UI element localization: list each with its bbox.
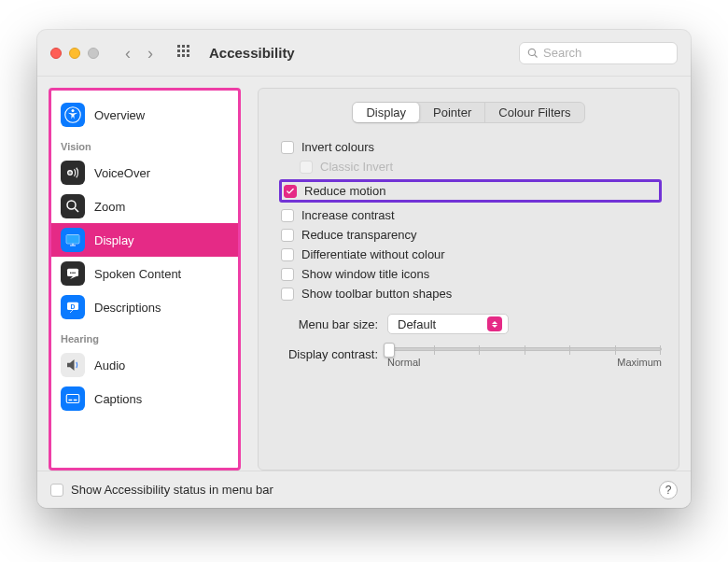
sidebar-item-audio[interactable]: Audio: [51, 348, 238, 382]
window-title: Accessibility: [209, 45, 295, 61]
window-controls: [50, 48, 99, 59]
sidebar-item-label: Overview: [94, 108, 145, 122]
sidebar-item-overview[interactable]: Overview: [51, 98, 238, 132]
audio-icon: [61, 353, 85, 377]
select-value: Default: [398, 317, 436, 331]
menu-bar-size-row: Menu bar size: Default: [275, 314, 662, 334]
svg-rect-3: [177, 49, 180, 52]
option-differentiate-without-colour[interactable]: Differentiate without colour: [281, 247, 662, 261]
sidebar-item-label: Display: [94, 233, 134, 247]
sidebar-item-label: Captions: [94, 392, 142, 406]
option-label: Classic Invert: [320, 160, 393, 174]
sidebar-item-display[interactable]: Display: [51, 223, 238, 257]
footer-label: Show Accessibility status in menu bar: [71, 483, 273, 497]
checkbox[interactable]: [284, 185, 297, 198]
accessibility-icon: [61, 103, 85, 127]
search-placeholder: Search: [543, 46, 581, 60]
display-icon: [61, 228, 85, 252]
nav-arrows: ‹ ›: [125, 45, 153, 62]
option-label: Invert colours: [301, 140, 374, 154]
slider-thumb[interactable]: [384, 343, 395, 358]
option-label: Show toolbar button shapes: [301, 287, 452, 301]
option-reduce-motion[interactable]: Reduce motion: [284, 184, 385, 198]
option-show-window-title-icons[interactable]: Show window title icons: [281, 267, 662, 281]
sidebar-item-label: Spoken Content: [94, 267, 181, 281]
svg-rect-7: [182, 54, 185, 57]
option-classic-invert: Classic Invert: [300, 160, 662, 174]
tab-colour-filters[interactable]: Colour Filters: [485, 103, 583, 122]
help-icon: ?: [665, 484, 672, 497]
svg-text:D: D: [71, 303, 76, 310]
close-window-button[interactable]: [50, 48, 62, 59]
checkbox[interactable]: [281, 288, 294, 301]
checkbox[interactable]: [281, 248, 294, 261]
checkbox[interactable]: [281, 268, 294, 281]
option-show-toolbar-button-shapes[interactable]: Show toolbar button shapes: [281, 287, 662, 301]
option-label: Increase contrast: [301, 208, 395, 222]
checkbox[interactable]: [50, 484, 63, 497]
help-button[interactable]: ?: [659, 481, 678, 499]
checkbox[interactable]: [281, 209, 294, 222]
display-contrast-row: Display contrast: Normal Maximum: [275, 347, 662, 368]
slider-min-label: Normal: [387, 357, 420, 368]
sidebar-item-descriptions[interactable]: D Descriptions: [51, 290, 238, 324]
sidebar-item-voiceover[interactable]: VoiceOver: [51, 156, 238, 190]
slider-max-label: Maximum: [617, 357, 662, 368]
search-icon: [527, 48, 539, 59]
option-label: Show window title icons: [301, 267, 429, 281]
menu-bar-size-select[interactable]: Default: [387, 314, 509, 334]
svg-rect-1: [182, 45, 185, 48]
checkbox[interactable]: [281, 229, 294, 242]
tab-pointer[interactable]: Pointer: [420, 103, 485, 122]
svg-rect-6: [177, 54, 180, 57]
spoken-content-icon: •••: [61, 261, 85, 286]
svg-point-13: [67, 201, 76, 209]
footer-show-status-option[interactable]: Show Accessibility status in menu bar: [50, 483, 273, 497]
options-list: Invert colours Classic Invert Reduce mot…: [281, 140, 662, 301]
footer: Show Accessibility status in menu bar ?: [37, 471, 691, 508]
checkmark-icon: [286, 187, 295, 196]
menu-bar-size-label: Menu bar size:: [275, 317, 378, 331]
search-field[interactable]: Search: [519, 42, 678, 64]
titlebar: ‹ › Accessibility Search: [37, 30, 691, 77]
sidebar-item-zoom[interactable]: Zoom: [51, 190, 238, 223]
sidebar[interactable]: Overview Vision VoiceOver Zoom: [51, 94, 238, 468]
voiceover-icon: [61, 161, 85, 185]
svg-rect-2: [187, 45, 189, 48]
option-label: Differentiate without colour: [301, 247, 445, 261]
sidebar-item-label: VoiceOver: [94, 166, 150, 180]
back-button[interactable]: ‹: [125, 45, 131, 62]
sidebar-item-label: Audio: [94, 358, 125, 372]
forward-button[interactable]: ›: [147, 45, 153, 62]
descriptions-icon: D: [61, 295, 85, 319]
sidebar-item-captions[interactable]: Captions: [51, 382, 238, 415]
sidebar-section-hearing: Hearing: [51, 324, 238, 348]
option-invert-colours[interactable]: Invert colours: [281, 140, 662, 154]
checkbox[interactable]: [281, 141, 294, 154]
svg-rect-15: [66, 235, 79, 244]
all-prefs-grid-icon[interactable]: [177, 45, 190, 61]
sidebar-item-label: Zoom: [94, 200, 125, 214]
display-contrast-slider[interactable]: Normal Maximum: [387, 347, 662, 368]
sidebar-item-spoken-content[interactable]: ••• Spoken Content: [51, 257, 238, 290]
zoom-window-button[interactable]: [88, 48, 99, 59]
option-reduce-transparency[interactable]: Reduce transparency: [281, 228, 662, 242]
captions-icon: [61, 386, 85, 411]
option-label: Reduce motion: [304, 184, 385, 198]
svg-rect-21: [69, 400, 73, 401]
segmented-tabs: Display Pointer Colour Filters: [352, 102, 584, 123]
sidebar-highlight-annotation: Overview Vision VoiceOver Zoom: [49, 88, 241, 471]
select-stepper-icon: [487, 316, 502, 331]
svg-point-10: [72, 109, 75, 112]
svg-rect-5: [187, 49, 189, 52]
sidebar-section-vision: Vision: [51, 132, 238, 156]
checkbox: [300, 161, 313, 174]
svg-text:•••: •••: [70, 270, 76, 275]
svg-rect-4: [182, 49, 185, 52]
reduce-motion-highlight-annotation: Reduce motion: [279, 179, 662, 203]
svg-rect-0: [177, 45, 180, 48]
option-increase-contrast[interactable]: Increase contrast: [281, 208, 662, 222]
tab-display[interactable]: Display: [353, 103, 420, 122]
option-label: Reduce transparency: [301, 228, 417, 242]
minimize-window-button[interactable]: [69, 48, 80, 59]
